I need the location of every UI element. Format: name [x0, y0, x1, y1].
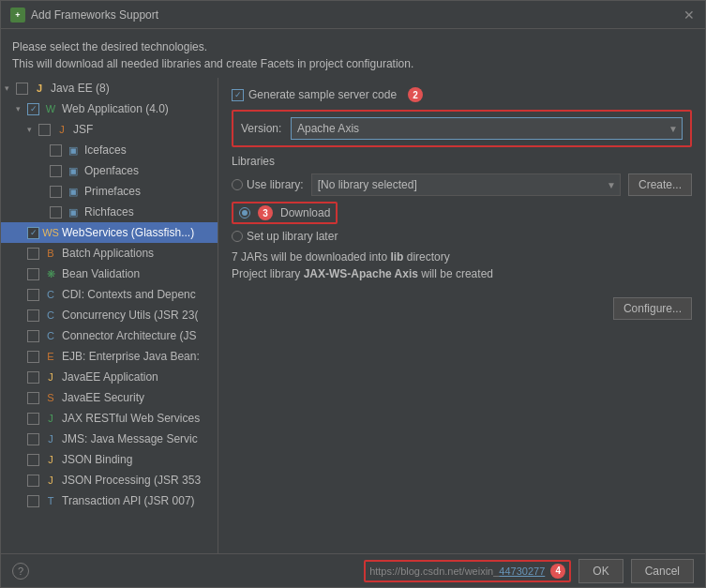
checkbox-jaxrest[interactable] — [27, 413, 39, 425]
checkbox-icefaces[interactable] — [50, 144, 62, 157]
tree-item-richfaces[interactable]: ▣Richfaces — [1, 202, 218, 222]
checkbox-ejb[interactable] — [27, 351, 39, 363]
checkbox-jsonbind[interactable] — [27, 454, 39, 466]
set-up-later-radio[interactable]: Set up library later — [232, 230, 338, 243]
tree-item-jsonproc[interactable]: JJSON Processing (JSR 353 — [1, 470, 218, 490]
dialog-icon: + — [10, 8, 25, 23]
arrow-webapp: ▾ — [16, 104, 25, 113]
item-label-jsf: JSF — [73, 123, 93, 136]
set-up-later-label: Set up library later — [247, 230, 338, 243]
tree-item-javaeeapp[interactable]: JJavaEE Application — [1, 367, 218, 387]
help-button[interactable]: ? — [12, 563, 29, 580]
checkbox-richfaces[interactable] — [50, 206, 62, 219]
download-radio[interactable]: 3 Download — [239, 205, 330, 220]
checkbox-jms[interactable] — [27, 433, 39, 445]
tree-item-webservices[interactable]: WSWebServices (Glassfish...) — [1, 222, 218, 243]
checkbox-jsf[interactable] — [38, 124, 51, 136]
item-label-jaxrest: JAX RESTful Web Services — [62, 412, 200, 425]
checkbox-beanval[interactable] — [27, 268, 39, 280]
tree-item-batch[interactable]: BBatch Applications — [1, 243, 218, 264]
info-line2-end: will be created — [418, 267, 493, 280]
item-label-icefaces: Icefaces — [84, 143, 127, 157]
right-panel: Generate sample server code 2 Version: A… — [218, 78, 705, 553]
checkbox-webapp[interactable] — [27, 103, 39, 115]
item-icon-primefaces: ▣ — [66, 184, 81, 199]
item-icon-jaxrest: J — [43, 411, 58, 426]
item-label-primefaces: Primefaces — [84, 185, 141, 198]
tree-item-icefaces[interactable]: ▣Icefaces — [1, 140, 218, 160]
checkbox-cdi[interactable] — [27, 289, 39, 301]
library-select-wrapper: [No library selected] ▼ — [311, 173, 621, 196]
version-select-wrapper: Apache Axis JAX-WS RI Apache CXF ▼ — [291, 117, 683, 140]
version-label: Version: — [241, 122, 283, 135]
use-library-radio-circle[interactable] — [232, 179, 243, 190]
add-frameworks-dialog: + Add Frameworks Support ✕ Please select… — [0, 0, 706, 588]
checkbox-javaeeapp[interactable] — [27, 371, 39, 384]
configure-row: Configure... — [232, 294, 692, 320]
item-icon-javaee: J — [32, 81, 47, 96]
tree-item-primefaces[interactable]: ▣Primefaces — [1, 181, 218, 202]
description-line2: This will download all needed libraries … — [12, 55, 694, 72]
tree-item-connector[interactable]: CConnector Architecture (JS — [1, 325, 218, 346]
version-select[interactable]: Apache Axis JAX-WS RI Apache CXF — [292, 118, 682, 139]
item-label-jsonbind: JSON Binding — [62, 453, 132, 466]
title-bar: + Add Frameworks Support ✕ — [1, 1, 705, 29]
generate-code-label[interactable]: Generate sample server code — [232, 88, 397, 101]
libraries-title: Libraries — [232, 155, 692, 168]
tree-item-javaee[interactable]: ▾JJava EE (8) — [1, 78, 218, 98]
cancel-button[interactable]: Cancel — [631, 559, 694, 583]
library-select[interactable]: [No library selected] — [312, 174, 620, 195]
version-row: Version: Apache Axis JAX-WS RI Apache CX… — [241, 117, 683, 140]
item-icon-jms: J — [43, 431, 58, 446]
checkbox-javaee[interactable] — [16, 83, 28, 95]
tree-item-cdi[interactable]: CCDI: Contexts and Depenc — [1, 284, 218, 305]
item-label-javaeesecu: JavaEE Security — [62, 391, 144, 404]
download-radio-circle[interactable] — [239, 207, 250, 219]
item-icon-jsonproc: J — [43, 473, 58, 488]
download-radio-section: 3 Download — [232, 202, 338, 224]
item-icon-batch: B — [43, 246, 58, 261]
ok-button[interactable]: OK — [578, 559, 623, 583]
item-icon-openfaces: ▣ — [66, 163, 81, 178]
arrow-javaee: ▾ — [5, 83, 14, 93]
item-icon-transaction: T — [43, 493, 58, 508]
create-button[interactable]: Create... — [628, 173, 692, 196]
checkbox-openfaces[interactable] — [50, 165, 62, 177]
use-library-label: Use library: — [247, 178, 304, 191]
checkbox-javaeesecu[interactable] — [27, 392, 39, 404]
checkbox-transaction[interactable] — [27, 495, 39, 507]
tree-item-jsonbind[interactable]: JJSON Binding — [1, 449, 218, 470]
tree-item-beanval[interactable]: ❋Bean Validation — [1, 264, 218, 284]
set-up-later-radio-circle[interactable] — [232, 231, 243, 242]
checkbox-connector[interactable] — [27, 330, 39, 342]
tree-item-jsf[interactable]: ▾JJSF — [1, 119, 218, 140]
item-label-batch: Batch Applications — [62, 247, 154, 260]
url-suffix: 44730277 — [499, 565, 545, 577]
url-annotation-box: https://blog.csdn.net/weixin_44730277 4 — [364, 560, 571, 582]
tree-item-javaeesecu[interactable]: SJavaEE Security — [1, 387, 218, 408]
use-library-radio[interactable]: Use library: — [232, 178, 304, 191]
url-text: https://blog.csdn.net/weixin_44730277 — [369, 565, 545, 577]
checkbox-batch[interactable] — [27, 248, 39, 260]
tree-item-concurrency[interactable]: CConcurrency Utils (JSR 23( — [1, 305, 218, 325]
tree-item-transaction[interactable]: TTransaction API (JSR 007) — [1, 490, 218, 511]
tree-item-jms[interactable]: JJMS: Java Message Servic — [1, 429, 218, 449]
checkbox-primefaces[interactable] — [50, 186, 62, 198]
tree-item-jaxrest[interactable]: JJAX RESTful Web Services — [1, 408, 218, 429]
checkbox-webservices[interactable] — [27, 227, 39, 239]
item-label-webapp: Web Application (4.0) — [62, 102, 169, 115]
checkbox-jsonproc[interactable] — [27, 475, 39, 487]
close-button[interactable]: ✕ — [683, 8, 696, 22]
item-label-openfaces: Openfaces — [84, 164, 139, 177]
tree-item-openfaces[interactable]: ▣Openfaces — [1, 160, 218, 181]
item-label-ejb: EJB: Enterprise Java Bean: — [62, 350, 200, 363]
configure-button[interactable]: Configure... — [613, 297, 692, 320]
item-label-jms: JMS: Java Message Servic — [62, 432, 198, 445]
tree-item-ejb[interactable]: EEJB: Enterprise Java Bean: — [1, 346, 218, 367]
checkbox-concurrency[interactable] — [27, 309, 39, 322]
tree-item-webapp[interactable]: ▾WWeb Application (4.0) — [1, 98, 218, 119]
info-line2-start: Project library — [232, 267, 304, 280]
arrow-jsf: ▾ — [27, 125, 37, 134]
generate-code-checkbox[interactable] — [232, 89, 244, 101]
annotation-4: 4 — [550, 564, 565, 579]
